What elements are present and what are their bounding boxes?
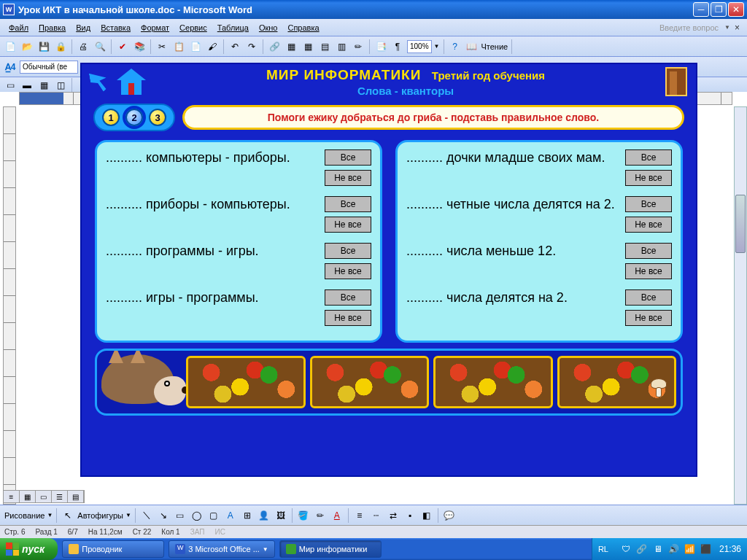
redo-icon[interactable]: ↷ [244, 39, 259, 54]
show-marks-icon[interactable]: ¶ [390, 39, 405, 54]
excel-icon[interactable]: ▤ [317, 39, 332, 54]
tray-shield-icon[interactable]: 🛡 [620, 543, 632, 555]
picture-icon[interactable]: 🖼 [274, 508, 288, 523]
research-icon[interactable]: 📚 [132, 39, 147, 54]
permission-icon[interactable]: 🔒 [53, 39, 68, 54]
fill-color-icon[interactable]: 🪣 [296, 508, 311, 523]
menu-help[interactable]: Справка [283, 22, 323, 34]
print-icon[interactable]: 🖨 [76, 39, 90, 54]
page-2-button[interactable]: 2 [125, 109, 143, 126]
menu-tools[interactable]: Сервис [175, 22, 212, 34]
menu-insert[interactable]: Вставка [96, 22, 135, 34]
borders-icon[interactable]: ◫ [53, 78, 68, 93]
tray-network-icon[interactable]: 🔗 [636, 543, 648, 555]
all-button[interactable]: Все [625, 289, 672, 306]
all-button[interactable]: Все [325, 196, 371, 212]
scrollbar-thumb[interactable] [735, 195, 746, 253]
arrow-style-icon[interactable]: ⇄ [386, 508, 400, 523]
columns-icon[interactable]: ▥ [334, 39, 349, 54]
reading-layout-icon[interactable]: 📖 [465, 39, 479, 54]
all-button[interactable]: Все [325, 149, 371, 166]
autoshapes-label[interactable]: Автофигуры [77, 511, 123, 520]
doc-close-button[interactable]: × [732, 23, 743, 33]
start-button[interactable]: пуск [0, 538, 58, 560]
outline-icon[interactable]: ▭ [3, 78, 18, 93]
reading-label[interactable]: Чтение [481, 42, 508, 51]
tables-borders-icon[interactable]: ▦ [284, 39, 298, 54]
format-painter-icon[interactable]: 🖌 [205, 39, 220, 54]
page-3-button[interactable]: 3 [149, 109, 166, 126]
reading-view-icon[interactable]: ▤ [68, 491, 84, 502]
wordart-icon[interactable]: A [223, 508, 238, 523]
rectangle-icon[interactable]: ▭ [173, 508, 187, 523]
arrow-icon[interactable]: ↘ [156, 508, 171, 523]
clipart-icon[interactable]: 👤 [257, 508, 271, 523]
notall-button[interactable]: Не все [325, 170, 371, 186]
lang-indicator[interactable]: RL [598, 545, 608, 553]
menu-table[interactable]: Таблица [213, 22, 253, 34]
select-objects-icon[interactable]: ↖ [61, 508, 75, 523]
paste-icon[interactable]: 📄 [188, 39, 203, 54]
new-doc-icon[interactable]: 📄 [3, 39, 18, 54]
close-button[interactable]: ✕ [728, 2, 744, 17]
notall-button[interactable]: Не все [625, 170, 672, 186]
open-icon[interactable]: 📂 [20, 39, 34, 54]
font-color-icon[interactable]: A [330, 508, 344, 523]
home-icon[interactable] [117, 69, 146, 95]
help-icon[interactable]: ? [448, 39, 462, 54]
menu-format[interactable]: Формат [136, 22, 174, 34]
page-1-button[interactable]: 1 [102, 109, 120, 126]
copy-icon[interactable]: 📋 [171, 39, 186, 54]
dash-style-icon[interactable]: ┄ [369, 508, 384, 523]
all-button[interactable]: Все [325, 243, 371, 259]
all-button[interactable]: Все [625, 149, 672, 166]
line-style-icon[interactable]: ≡ [352, 508, 367, 523]
menu-view[interactable]: Вид [71, 22, 95, 34]
vertical-ruler[interactable] [3, 106, 16, 505]
spellcheck-icon[interactable]: ✔ [115, 39, 130, 54]
menu-dropdown-icon[interactable]: ▼ [724, 24, 730, 31]
all-button[interactable]: Все [625, 196, 672, 212]
menu-edit[interactable]: Правка [34, 22, 70, 34]
all-button[interactable]: Все [325, 289, 371, 306]
3d-icon[interactable]: ◧ [419, 508, 434, 523]
annotations-icon[interactable]: 💬 [442, 508, 457, 523]
diagram-icon[interactable]: ⊞ [240, 508, 255, 523]
tray-app-icon[interactable]: 📶 [684, 543, 696, 555]
drawing-icon[interactable]: ✏ [351, 39, 365, 54]
oval-icon[interactable]: ◯ [190, 508, 204, 523]
clock[interactable]: 21:36 [719, 544, 741, 554]
print-view-icon[interactable]: ▭ [36, 491, 52, 502]
shadow-icon[interactable]: ▪ [403, 508, 417, 523]
drawing-label[interactable]: Рисование [4, 511, 44, 520]
save-icon[interactable]: 💾 [36, 39, 51, 54]
insert-table-icon[interactable]: ▦ [301, 39, 315, 54]
web-view-icon[interactable]: ▦ [20, 491, 36, 502]
tray-monitor-icon[interactable]: 🖥 [652, 543, 664, 555]
line-color-icon[interactable]: ✏ [313, 508, 328, 523]
textbox-icon[interactable]: ▢ [206, 508, 221, 523]
exit-icon[interactable] [665, 67, 687, 96]
notall-button[interactable]: Не все [625, 263, 672, 279]
all-button[interactable]: Все [625, 243, 672, 259]
taskbar-explorer[interactable]: Проводник [62, 540, 164, 558]
notall-button[interactable]: Не все [625, 217, 672, 233]
notall-button[interactable]: Не все [325, 310, 371, 326]
notall-button[interactable]: Не все [325, 217, 371, 233]
grid-icon[interactable]: ▦ [36, 78, 51, 93]
taskbar-word[interactable]: W3 Microsoft Office ...▼ [169, 540, 275, 558]
menu-window[interactable]: Окно [255, 22, 282, 34]
undo-icon[interactable]: ↶ [228, 39, 242, 54]
cursor-icon[interactable] [89, 70, 112, 93]
notall-button[interactable]: Не все [325, 263, 371, 279]
normal-view-icon[interactable]: ≡ [4, 491, 20, 502]
outline-view-icon[interactable]: ☰ [52, 491, 68, 502]
menu-file[interactable]: Файл [4, 22, 33, 34]
help-search-hint[interactable]: Введите вопрос [621, 23, 723, 32]
notall-button[interactable]: Не все [625, 310, 672, 326]
taskbar-app[interactable]: Мир информатики [279, 540, 382, 558]
tray-gpu-icon[interactable]: ⬛ [700, 543, 712, 555]
line-icon[interactable]: ＼ [139, 508, 154, 523]
shading-icon[interactable]: ▬ [20, 78, 34, 93]
style-combo[interactable]: Обычный (ве [20, 61, 78, 74]
